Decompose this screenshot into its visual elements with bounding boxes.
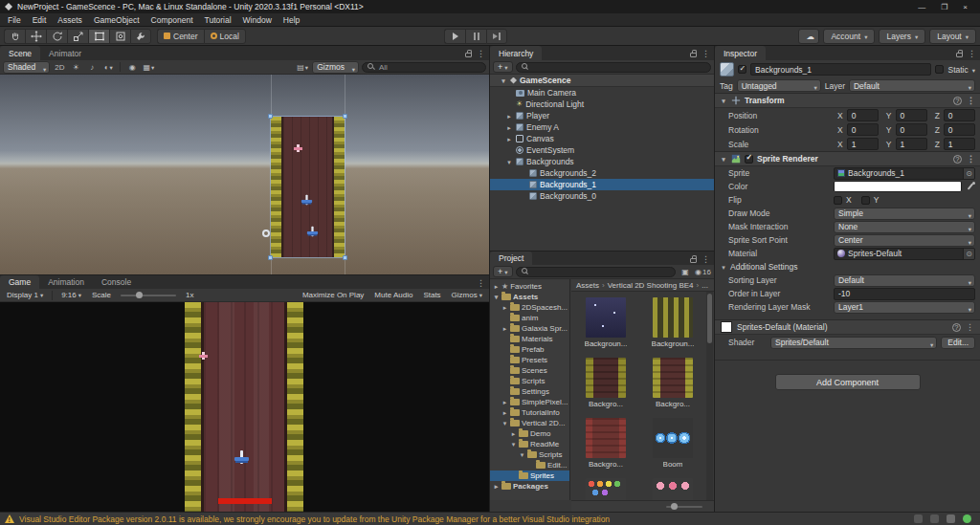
foldout-arrow[interactable] — [720, 262, 727, 272]
breadcrumb-item[interactable]: Vertical 2D Shooting BE4 — [608, 281, 694, 290]
panel-menu-icon[interactable] — [968, 49, 976, 58]
foldout-arrow[interactable] — [720, 154, 727, 164]
game-viewport[interactable] — [0, 302, 489, 512]
effects-toggle-icon[interactable]: ◐ — [101, 61, 115, 73]
gizmos-dropdown[interactable]: Gizmos — [312, 61, 359, 74]
object-picker-icon[interactable] — [963, 249, 974, 259]
hierarchy-item[interactable]: Player — [490, 110, 714, 121]
rect-tool-button[interactable] — [88, 29, 109, 44]
folder-item[interactable]: Galaxia Spr... — [490, 323, 569, 334]
rect-handle-top-left[interactable] — [268, 114, 273, 119]
panel-menu-icon[interactable] — [702, 49, 710, 58]
foldout-arrow[interactable] — [720, 96, 727, 105]
edit-shader-button[interactable]: Edit... — [941, 337, 975, 349]
folder-item[interactable]: anim — [490, 313, 569, 323]
thumbnail-zoom-slider[interactable] — [666, 506, 702, 508]
object-picker-icon[interactable] — [963, 168, 974, 179]
grid-toggle-icon[interactable]: ▦ — [142, 61, 155, 73]
menu-tutorial[interactable]: Tutorial — [199, 15, 237, 25]
collab-icon[interactable] — [930, 514, 939, 523]
project-search-input[interactable] — [516, 267, 677, 277]
rotation-x-field[interactable]: 0 — [847, 123, 879, 136]
additional-settings-foldout[interactable]: Additional Settings — [715, 260, 980, 273]
pivot-center-button[interactable]: Center — [157, 29, 204, 44]
lighting-toggle-icon[interactable]: ☀ — [69, 61, 82, 73]
folder-item[interactable]: Packages — [490, 481, 569, 492]
collapse-arrow[interactable] — [505, 157, 513, 166]
menu-edit[interactable]: Edit — [27, 15, 53, 25]
aspect-ratio-dropdown[interactable]: 9:16 — [57, 291, 85, 299]
flip-x-checkbox[interactable] — [834, 196, 842, 205]
2d-toggle-button[interactable]: 2D — [53, 61, 66, 73]
mask-interaction-dropdown[interactable]: None — [834, 221, 975, 233]
search-by-type-icon[interactable]: ▣ — [679, 266, 692, 277]
zoom-slider-knob[interactable] — [671, 503, 678, 510]
folder-item[interactable]: Favorites — [490, 281, 569, 292]
audio-toggle-icon[interactable]: ♪ — [85, 61, 99, 73]
folder-item[interactable]: Prefab — [490, 344, 569, 355]
sprite-renderer-component-header[interactable]: Sprite Renderer ? — [715, 151, 980, 166]
folder-item[interactable]: 2DSpacesh... — [490, 302, 569, 313]
add-component-button[interactable]: Add Component — [775, 374, 921, 390]
hierarchy-item[interactable]: Backgrounds_0 — [490, 190, 714, 202]
auto-generate-lighting-icon[interactable] — [914, 514, 923, 523]
menu-assets[interactable]: Assets — [52, 15, 88, 25]
game-gizmos-dropdown[interactable]: Gizmos — [448, 291, 486, 299]
hand-tool-button[interactable] — [4, 29, 25, 44]
rotation-z-field[interactable]: 0 — [944, 123, 975, 136]
folder-item[interactable]: Scripts — [490, 449, 569, 460]
menu-window[interactable]: Window — [237, 15, 278, 25]
tab-scene[interactable]: Scene — [0, 46, 40, 60]
scene-root-row[interactable]: GameScence — [490, 75, 714, 87]
scale-x-field[interactable]: 1 — [847, 138, 879, 150]
component-menu-icon[interactable] — [966, 322, 974, 332]
expand-arrow[interactable] — [501, 398, 508, 406]
shader-dropdown[interactable]: Sprites/Default — [770, 337, 937, 349]
lock-icon[interactable] — [690, 53, 697, 57]
lock-icon[interactable] — [465, 53, 472, 57]
name-field[interactable]: Backgrounds_1 — [750, 63, 931, 76]
menu-component[interactable]: Component — [145, 15, 199, 25]
minimize-button[interactable]: — — [918, 3, 925, 11]
expand-arrow[interactable] — [493, 482, 500, 491]
transform-tool-button[interactable] — [109, 29, 130, 44]
folder-item[interactable]: Materials — [490, 334, 569, 344]
sorting-layer-dropdown[interactable]: Default — [834, 274, 975, 287]
step-button[interactable] — [486, 29, 507, 44]
scale-slider-knob[interactable] — [136, 292, 143, 298]
stats-toggle[interactable]: Stats — [419, 291, 444, 299]
color-swatch-field[interactable] — [834, 181, 962, 192]
console-activity-icon[interactable] — [947, 514, 955, 523]
folder-item[interactable]: Scripts — [490, 376, 569, 386]
rect-handle-bottom-right[interactable] — [343, 255, 347, 260]
breadcrumb-item[interactable]: ... — [702, 281, 708, 290]
asset-item[interactable]: Backgro... — [652, 358, 694, 408]
tab-animation[interactable]: Animation — [39, 275, 93, 289]
rendering-layer-mask-dropdown[interactable]: Layer1 — [834, 301, 975, 314]
help-icon[interactable]: ? — [952, 323, 961, 332]
hierarchy-item[interactable]: ☀Directional Light — [490, 98, 714, 110]
hierarchy-item[interactable]: EventSystem — [490, 144, 714, 156]
expand-arrow[interactable] — [500, 76, 507, 85]
panel-menu-icon[interactable] — [477, 49, 485, 58]
move-tool-button[interactable] — [25, 29, 46, 44]
panel-menu-icon[interactable] — [702, 254, 710, 264]
component-menu-icon[interactable] — [967, 96, 975, 105]
account-dropdown[interactable]: Account — [823, 29, 875, 44]
folder-item[interactable]: SimplePixel... — [490, 397, 569, 407]
folder-item[interactable]: Settings — [490, 386, 569, 397]
camera-settings-icon[interactable]: ▤ — [296, 61, 309, 73]
component-menu-icon[interactable] — [967, 154, 975, 164]
menu-help[interactable]: Help — [278, 15, 305, 25]
layers-dropdown[interactable]: Layers — [879, 29, 925, 44]
create-asset-button[interactable]: + — [493, 266, 513, 277]
vertical-scrollbar[interactable] — [706, 292, 713, 500]
maximize-on-play-toggle[interactable]: Maximize On Play — [299, 291, 368, 299]
asset-item[interactable]: Backgroun... — [652, 297, 694, 348]
expand-arrow[interactable] — [493, 282, 500, 291]
component-enabled-checkbox[interactable] — [745, 155, 753, 164]
rect-handle-bottom-left[interactable] — [268, 255, 273, 260]
help-icon[interactable]: ? — [953, 155, 962, 164]
progress-status-icon[interactable] — [963, 514, 971, 523]
scene-viewport[interactable] — [0, 75, 489, 274]
